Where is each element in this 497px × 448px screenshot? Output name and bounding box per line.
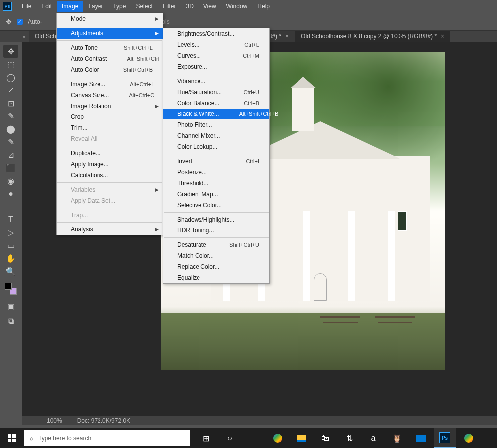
menu-item-color-balance-[interactable]: Color Balance...Ctrl+B (163, 98, 269, 109)
menu-item-posterize-[interactable]: Posterize... (163, 167, 269, 178)
menu-type[interactable]: Type (108, 1, 131, 12)
menu-item-threshold-[interactable]: Threshold... (163, 178, 269, 189)
toolbar: ✥⬚◯⟋⊡✎⬤✎⊿⬛◉●⟋T▷▭✋🔍 ▣ ⧉ (0, 42, 22, 425)
tool-1[interactable]: ⬚ (3, 58, 18, 71)
menu-item-canvas-size-[interactable]: Canvas Size...Alt+Ctrl+C (57, 90, 163, 101)
taskbar-app-10[interactable]: Ps (434, 428, 456, 448)
search-box[interactable]: ⌕ Type here to search (24, 430, 190, 446)
menu-window[interactable]: Window (221, 1, 253, 12)
tool-10[interactable]: ◉ (3, 174, 18, 187)
tool-17[interactable]: 🔍 (3, 265, 18, 278)
taskbar-app-2[interactable]: ⫿⫿ (243, 428, 265, 448)
status-bar: 100% Doc: 972.0K/972.0K (22, 416, 497, 425)
menu-item-adjustments[interactable]: Adjustments▶ (57, 28, 163, 39)
menu-item-mode[interactable]: Mode▶ (57, 13, 163, 24)
menu-item-trap-: Trap... (57, 210, 163, 221)
menu-item-selective-color-[interactable]: Selective Color... (163, 200, 269, 211)
taskbar-app-5[interactable]: 🛍 (314, 428, 336, 448)
taskbar-app-8[interactable]: 🦉 (386, 428, 408, 448)
menu-item-apply-image-[interactable]: Apply Image... (57, 159, 163, 170)
menu-item-vibrance-[interactable]: Vibrance... (163, 76, 269, 87)
menu-item-channel-mixer-[interactable]: Channel Mixer... (163, 130, 269, 141)
tool-6[interactable]: ⬤ (3, 122, 18, 135)
taskbar-app-7[interactable]: a (362, 428, 384, 448)
tool-8[interactable]: ⊿ (3, 148, 18, 161)
tool-4[interactable]: ⊡ (3, 97, 18, 110)
menu-edit[interactable]: Edit (36, 1, 57, 12)
menu-filter[interactable]: Filter (158, 1, 181, 12)
align-btn[interactable]: ⫿ (478, 17, 487, 26)
menu-item-calculations-[interactable]: Calculations... (57, 170, 163, 181)
foreground-color[interactable] (5, 283, 12, 290)
menu-select[interactable]: Select (131, 1, 157, 12)
taskbar-app-3[interactable] (267, 428, 289, 448)
tool-9[interactable]: ⬛ (3, 161, 18, 174)
tool-15[interactable]: ▭ (3, 239, 18, 252)
menu-item-levels-[interactable]: Levels...Ctrl+L (163, 39, 269, 50)
file-tab-active[interactable]: Old Schoolhouse 8 X 8 copy 2 @ 100% (RGB… (295, 31, 450, 42)
menu-item-shadows-highlights-[interactable]: Shadows/Highlights... (163, 214, 269, 225)
tool-11[interactable]: ● (3, 187, 18, 200)
tool-14[interactable]: ▷ (3, 226, 18, 239)
taskbar-tray: ⊞○⫿⫿🛍⇅a🦉Ps (195, 428, 480, 448)
quick-mask-icon[interactable]: ▣ (3, 300, 18, 313)
menu-layer[interactable]: Layer (83, 1, 108, 12)
menu-item-equalize[interactable]: Equalize (163, 272, 269, 283)
menu-item-crop[interactable]: Crop (57, 112, 163, 122)
taskbar-app-4[interactable] (291, 428, 312, 448)
menu-item-curves-[interactable]: Curves...Ctrl+M (163, 50, 269, 61)
menu-item-brightness-contrast-[interactable]: Brightness/Contrast... (163, 28, 269, 39)
start-button[interactable] (0, 428, 24, 448)
color-swatches[interactable] (5, 283, 17, 295)
tool-12[interactable]: ⟋ (3, 200, 18, 213)
menu-item-color-lookup-[interactable]: Color Lookup... (163, 141, 269, 152)
menu-item-match-color-[interactable]: Match Color... (163, 250, 269, 261)
taskbar-app-0[interactable]: ⊞ (195, 428, 217, 448)
menu-item-trim-[interactable]: Trim... (57, 122, 163, 133)
menu-item-image-size-[interactable]: Image Size...Alt+Ctrl+I (57, 79, 163, 90)
menu-item-analysis[interactable]: Analysis▶ (57, 224, 163, 235)
menu-item-exposure-[interactable]: Exposure... (163, 61, 269, 72)
tool-16[interactable]: ✋ (3, 252, 18, 265)
photoshop-logo: Ps (3, 2, 12, 11)
submenu-arrow-icon: ▶ (155, 16, 159, 21)
menu-3d[interactable]: 3D (181, 1, 198, 12)
svg-rect-2 (8, 439, 11, 442)
menu-item-image-rotation[interactable]: Image Rotation▶ (57, 101, 163, 112)
tool-3[interactable]: ⟋ (3, 84, 18, 97)
screen-mode-icon[interactable]: ⧉ (3, 315, 18, 328)
taskbar-app-11[interactable] (458, 428, 480, 448)
auto-select-checkbox[interactable]: ✓ (17, 19, 23, 25)
menu-item-desaturate[interactable]: DesaturateShift+Ctrl+U (163, 239, 269, 250)
menu-item-invert[interactable]: InvertCtrl+I (163, 156, 269, 167)
menu-item-black-white-[interactable]: Black & White...Alt+Shift+Ctrl+B (163, 109, 269, 119)
tool-5[interactable]: ✎ (3, 110, 18, 122)
menu-help[interactable]: Help (252, 1, 275, 12)
tool-0[interactable]: ✥ (3, 45, 18, 58)
taskbar-app-9[interactable] (410, 428, 432, 448)
tool-2[interactable]: ◯ (3, 71, 18, 84)
tool-7[interactable]: ✎ (3, 135, 18, 148)
close-icon[interactable]: × (285, 33, 289, 40)
menu-item-hdr-toning-[interactable]: HDR Toning... (163, 225, 269, 236)
menu-item-auto-tone[interactable]: Auto ToneShift+Ctrl+L (57, 42, 163, 53)
tab-expand-icon[interactable]: » (23, 32, 29, 42)
menu-item-gradient-map-[interactable]: Gradient Map... (163, 189, 269, 200)
menu-item-hue-saturation-[interactable]: Hue/Saturation...Ctrl+U (163, 87, 269, 98)
close-icon[interactable]: × (441, 33, 444, 40)
menu-item-auto-color[interactable]: Auto ColorShift+Ctrl+B (57, 64, 163, 75)
menu-item-replace-color-[interactable]: Replace Color... (163, 261, 269, 272)
menu-view[interactable]: View (199, 1, 221, 12)
menu-file[interactable]: File (17, 1, 36, 12)
menu-image[interactable]: Image (57, 1, 83, 12)
taskbar-app-6[interactable]: ⇅ (338, 428, 360, 448)
align-btn[interactable]: ⫿ (466, 17, 475, 26)
menu-item-photo-filter-[interactable]: Photo Filter... (163, 119, 269, 130)
menu-item-duplicate-[interactable]: Duplicate... (57, 148, 163, 159)
taskbar-app-1[interactable]: ○ (219, 428, 241, 448)
zoom-level[interactable]: 100% (47, 417, 62, 424)
tool-13[interactable]: T (3, 213, 18, 226)
align-btn[interactable]: ⫿ (454, 17, 463, 26)
svg-rect-1 (12, 434, 16, 438)
menu-item-auto-contrast[interactable]: Auto ContrastAlt+Shift+Ctrl+L (57, 53, 163, 64)
